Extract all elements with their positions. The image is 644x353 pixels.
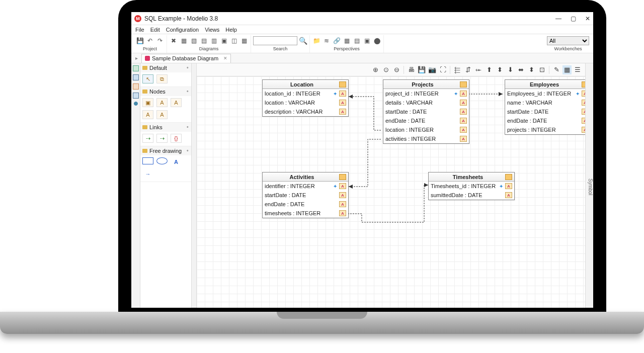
menu-help[interactable]: Help xyxy=(225,27,237,33)
table-column-row[interactable]: Timesheets_id : INTEGER✦A xyxy=(429,182,514,191)
distribute-v-icon[interactable]: ⬍ xyxy=(527,65,536,74)
table-column-row[interactable]: location : INTEGERA xyxy=(383,125,469,134)
table-column-row[interactable]: endDate : DATEA xyxy=(263,200,348,209)
node-tool-4[interactable]: A xyxy=(142,110,153,119)
align-center-icon[interactable]: ⇵ xyxy=(463,65,472,74)
node-tool-1[interactable]: ▣ xyxy=(142,98,153,107)
brush-icon[interactable]: ✎ xyxy=(552,65,561,74)
table-column-row[interactable]: activities : INTEGERA xyxy=(383,134,469,143)
diagram-canvas[interactable]: Locationlocation_id : INTEGER✦Alocation … xyxy=(197,76,585,308)
align-bottom-icon[interactable]: ⬇ xyxy=(506,65,515,74)
perspective-link-icon[interactable]: 🔗 xyxy=(332,36,341,45)
snapshot-icon[interactable]: 📷 xyxy=(428,65,437,74)
align-left-icon[interactable]: ⬱ xyxy=(453,65,462,74)
table-column-row[interactable]: projects : INTEGERA xyxy=(505,125,585,134)
table-header[interactable]: Activities xyxy=(263,172,348,182)
rail-icon-4[interactable] xyxy=(133,93,139,99)
menu-edit[interactable]: Edit xyxy=(150,27,160,33)
table-header[interactable]: Projects xyxy=(383,80,469,89)
table-column-row[interactable]: Employees_id : INTEGER✦A xyxy=(505,89,585,98)
text-tool[interactable]: A xyxy=(171,157,182,166)
save-diagram-icon[interactable]: 💾 xyxy=(417,65,426,74)
fit-icon[interactable]: ⛶ xyxy=(438,65,447,74)
perspective-modules-icon[interactable]: ⬤ xyxy=(372,36,381,45)
zoom-reset-icon[interactable]: ⊙ xyxy=(381,65,390,74)
crop-icon[interactable]: ⊡ xyxy=(537,65,546,74)
diagram-icon-1[interactable]: ▦ xyxy=(179,36,188,45)
right-rail[interactable]: Symbol xyxy=(585,63,593,308)
table-column-row[interactable]: startDate : DATEA xyxy=(505,107,585,116)
link-tool-1[interactable]: ⇢ xyxy=(142,134,153,143)
table-projects[interactable]: Projectsproject_id : INTEGER✦Adetails : … xyxy=(383,79,469,144)
link-tool-2[interactable]: ⇢ xyxy=(156,134,168,143)
perspective-icon-5[interactable]: ▤ xyxy=(352,36,361,45)
table-employees[interactable]: EmployeesEmployees_id : INTEGER✦Aname : … xyxy=(505,79,585,135)
diagram-icon-7[interactable]: ▦ xyxy=(239,36,249,45)
table-column-row[interactable]: sumittedDate : DATEA xyxy=(429,191,514,200)
table-timesheets[interactable]: TimesheetsTimesheets_id : INTEGER✦Asumit… xyxy=(428,172,515,200)
workbench-select[interactable]: All xyxy=(547,36,589,45)
table-activities[interactable]: Activitiesidentifier : INTEGER✦AstartDat… xyxy=(262,172,349,218)
perspective-icon-4[interactable]: ▦ xyxy=(342,36,351,45)
zoom-out-icon[interactable]: ⊖ xyxy=(392,65,401,74)
wrench-icon[interactable]: ✖ xyxy=(169,36,178,45)
editor-tab[interactable]: Sample Database Diagram ✕ xyxy=(141,54,231,63)
palette-section-nodes[interactable]: Nodes ∘ xyxy=(140,87,191,96)
table-header[interactable]: Employees xyxy=(505,80,585,89)
table-column-row[interactable]: details : VARCHARA xyxy=(383,98,469,107)
diagram-icon-2[interactable]: ▧ xyxy=(189,36,198,45)
table-header[interactable]: Location xyxy=(263,80,348,89)
align-middle-icon[interactable]: ⬍ xyxy=(495,65,504,74)
rail-icon-5[interactable] xyxy=(134,102,138,106)
menu-configuration[interactable]: Configuration xyxy=(166,27,199,33)
diagram-icon-6[interactable]: ◫ xyxy=(229,36,238,45)
search-icon[interactable]: 🔍 xyxy=(298,36,307,45)
menu-views[interactable]: Views xyxy=(205,27,219,33)
table-location[interactable]: Locationlocation_id : INTEGER✦Alocation … xyxy=(262,79,349,117)
table-column-row[interactable]: endDate : DATEA xyxy=(383,116,469,125)
table-column-row[interactable]: startDate : DATEA xyxy=(383,107,469,116)
options-icon[interactable]: ☰ xyxy=(573,65,582,74)
rail-icon-3[interactable] xyxy=(133,83,139,90)
node-tool-2[interactable]: A xyxy=(156,98,168,107)
undo-icon[interactable]: ↶ xyxy=(145,36,154,45)
table-column-row[interactable]: timesheets : INTEGERA xyxy=(263,209,348,218)
table-column-row[interactable]: startDate : DATEA xyxy=(263,191,348,200)
menu-file[interactable]: File xyxy=(135,27,144,33)
palette-section-links[interactable]: Links ∘ xyxy=(140,123,191,132)
rail-icon-2[interactable] xyxy=(133,74,139,80)
table-column-row[interactable]: location : VARCHARA xyxy=(263,98,348,107)
distribute-h-icon[interactable]: ⬌ xyxy=(516,65,525,74)
table-column-row[interactable]: location_id : INTEGER✦A xyxy=(263,89,348,98)
node-tool-5[interactable]: A xyxy=(156,110,168,119)
table-column-row[interactable]: name : VARCHARA xyxy=(505,98,585,107)
rail-icon-1[interactable] xyxy=(133,65,139,71)
table-column-row[interactable]: description : VARCHARA xyxy=(263,107,348,116)
diagram-icon-4[interactable]: ▥ xyxy=(209,36,218,45)
maximize-button[interactable]: ▢ xyxy=(571,15,576,22)
table-header[interactable]: Timesheets xyxy=(429,172,514,182)
tab-close-icon[interactable]: ✕ xyxy=(223,56,227,61)
perspective-icon-2[interactable]: ≋ xyxy=(322,36,331,45)
align-right-icon[interactable]: ⬰ xyxy=(474,65,483,74)
ellipse-tool[interactable] xyxy=(156,157,168,164)
diagram-icon-5[interactable]: ▣ xyxy=(219,36,228,45)
pointer-tool[interactable]: ↖ xyxy=(142,74,153,83)
align-top-icon[interactable]: ⬆ xyxy=(485,65,494,74)
close-button[interactable]: ✕ xyxy=(585,15,590,22)
save-icon[interactable]: 💾 xyxy=(135,36,144,45)
arrow-tool[interactable]: → xyxy=(142,169,153,179)
table-column-row[interactable]: project_id : INTEGER✦A xyxy=(383,89,469,98)
table-column-row[interactable]: identifier : INTEGER✦A xyxy=(263,182,348,191)
link-tool-3[interactable]: {} xyxy=(171,134,182,143)
zoom-in-icon[interactable]: ⊕ xyxy=(371,65,380,74)
marquee-tool[interactable]: ⧉ xyxy=(156,74,168,83)
node-tool-3[interactable]: A xyxy=(171,98,182,107)
perspective-icon-6[interactable]: ▣ xyxy=(362,36,371,45)
print-icon[interactable]: 🖶 xyxy=(407,65,416,74)
redo-icon[interactable]: ↷ xyxy=(155,36,165,45)
table-column-row[interactable]: endDate : DATEA xyxy=(505,116,585,125)
rectangle-tool[interactable] xyxy=(142,157,153,164)
search-input[interactable] xyxy=(253,36,297,45)
grid-toggle-icon[interactable]: ▦ xyxy=(562,65,572,74)
